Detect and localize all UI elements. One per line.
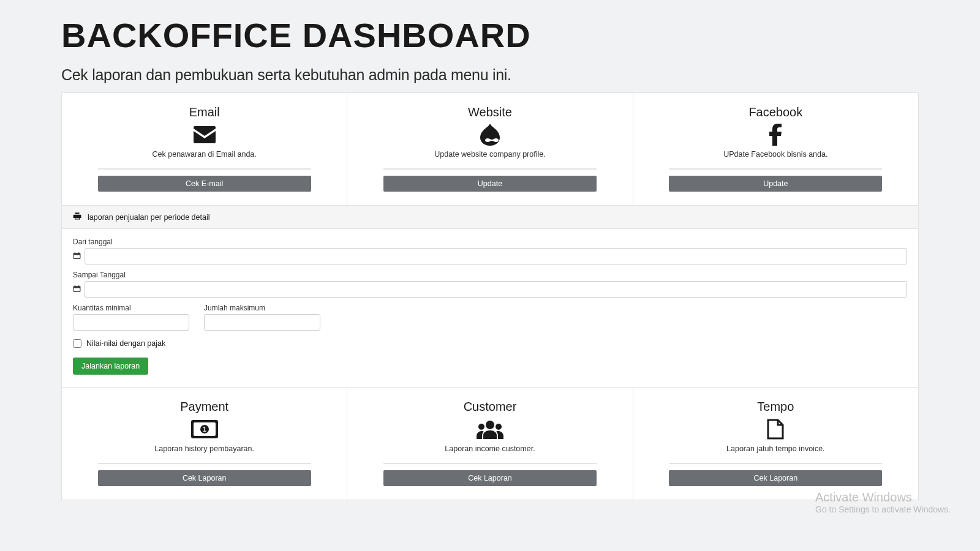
- card-facebook: Facebook UPdate Facebook bisnis anda. Up…: [633, 93, 918, 205]
- divider: [98, 168, 311, 170]
- card-customer-desc: Laporan income customer.: [364, 444, 615, 453]
- update-facebook-button[interactable]: Update: [669, 176, 882, 192]
- dashboard-panel: Email Cek penawaran di Email anda. Cek E…: [61, 92, 919, 500]
- card-payment-title: Payment: [79, 400, 330, 414]
- run-report-button[interactable]: Jalankan laporan: [73, 358, 148, 375]
- divider: [98, 463, 311, 464]
- card-customer-title: Customer: [364, 400, 615, 414]
- envelope-icon: [79, 123, 330, 146]
- money-icon: 1: [79, 418, 330, 441]
- qty-max-input[interactable]: [204, 314, 320, 331]
- card-payment: Payment 1 Laporan history pembayaran. Ce…: [62, 388, 347, 500]
- card-facebook-desc: UPdate Facebook bisnis anda.: [650, 150, 901, 159]
- page-subtitle: Cek laporan dan pembukuan serta kebutuha…: [61, 66, 919, 84]
- tax-checkbox-label: Nilai-nilai dengan pajak: [86, 339, 165, 348]
- watermark-line2: Go to Settings to activate Windows.: [815, 504, 951, 514]
- card-website: Website Update website company profile. …: [347, 93, 633, 205]
- report-form: Dari tanggal Sampai Tanggal: [62, 229, 918, 387]
- card-tempo-desc: Laporan jatuh tempo invoice.: [650, 444, 901, 453]
- cek-laporan-payment-button[interactable]: Cek Laporan: [98, 470, 311, 486]
- divider: [669, 168, 882, 170]
- from-date-input[interactable]: [85, 248, 907, 264]
- update-website-button[interactable]: Update: [383, 176, 597, 192]
- qty-min-input[interactable]: [73, 314, 189, 331]
- page-title: BACKOFFICE DASHBOARD: [61, 15, 919, 55]
- qty-min-label: Kuantitas minimal: [73, 304, 189, 312]
- card-website-desc: Update website company profile.: [364, 150, 615, 159]
- card-email-desc: Cek penawaran di Email anda.: [79, 150, 330, 159]
- card-payment-desc: Laporan history pembayaran.: [79, 444, 330, 453]
- card-tempo-title: Tempo: [650, 400, 901, 414]
- to-date-label: Sampai Tanggal: [73, 271, 907, 279]
- card-customer: Customer Laporan income customer. Cek La…: [347, 388, 633, 500]
- divider: [383, 168, 597, 170]
- tax-checkbox[interactable]: [73, 339, 81, 348]
- calendar-icon: [73, 251, 81, 262]
- top-card-row: Email Cek penawaran di Email anda. Cek E…: [62, 93, 918, 206]
- card-website-title: Website: [364, 105, 615, 119]
- card-tempo: Tempo Laporan jatuh tempo invoice. Cek L…: [633, 388, 918, 500]
- calendar-icon: [73, 284, 81, 295]
- drupal-icon: [364, 123, 615, 146]
- svg-text:1: 1: [203, 426, 206, 433]
- report-header: laporan penjualan per periode detail: [62, 206, 918, 229]
- report-title: laporan penjualan per periode detail: [88, 213, 209, 222]
- file-icon: [650, 418, 901, 441]
- cek-laporan-tempo-button[interactable]: Cek Laporan: [669, 470, 882, 486]
- print-icon: [73, 212, 81, 222]
- cek-email-button[interactable]: Cek E-mail: [98, 176, 311, 192]
- card-email-title: Email: [79, 105, 330, 119]
- divider: [383, 463, 597, 464]
- facebook-icon: [650, 123, 901, 146]
- card-facebook-title: Facebook: [650, 105, 901, 119]
- from-date-label: Dari tanggal: [73, 238, 907, 246]
- cek-laporan-customer-button[interactable]: Cek Laporan: [383, 470, 597, 486]
- to-date-input[interactable]: [85, 281, 907, 298]
- svg-point-6: [496, 424, 502, 430]
- svg-point-5: [478, 424, 484, 430]
- users-icon: [364, 418, 615, 441]
- divider: [669, 463, 882, 464]
- qty-max-label: Jumlah maksimum: [204, 304, 320, 312]
- svg-point-4: [486, 421, 494, 429]
- card-email: Email Cek penawaran di Email anda. Cek E…: [62, 93, 347, 205]
- bottom-card-row: Payment 1 Laporan history pembayaran. Ce…: [62, 387, 918, 500]
